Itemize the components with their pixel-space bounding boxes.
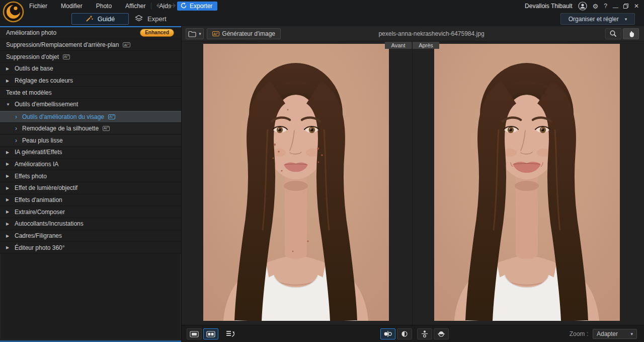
tab-guided[interactable]: Guidé <box>71 13 129 25</box>
compare-canvas: Avant Après <box>182 41 644 325</box>
menu-item-3[interactable]: Afficher <box>125 3 145 10</box>
minimize-button[interactable]: — <box>613 5 618 10</box>
export-button[interactable]: Exporter <box>177 2 217 11</box>
sidebar-item-2[interactable]: Suppression d'objetAI⁺ <box>0 51 181 63</box>
collapse-arrow-icon: ▶ <box>6 174 15 178</box>
mode-row: Guidé Expert Organiser et régler ▾ <box>0 12 644 26</box>
folder-caret-icon: ▾ <box>199 31 201 36</box>
sidebar-item-9[interactable]: ›Peau plus lisse <box>0 134 181 147</box>
sidebar-item-1[interactable]: Suppression/Remplacement d'arrière-planA… <box>0 39 181 51</box>
help-icon[interactable]: ? <box>604 3 607 9</box>
sidebar-item-15[interactable]: ▶Extraire/Composer <box>0 206 181 218</box>
open-folder-button[interactable]: ▾ <box>186 28 204 39</box>
sidebar-item-3[interactable]: ▶Outils de base <box>0 63 181 75</box>
sidebar-item-label: Suppression d'objet <box>6 53 59 60</box>
canvas-center-divider <box>412 41 413 325</box>
sidebar-item-10[interactable]: ▶IA génératif/Effets <box>0 147 181 159</box>
view-mode-group <box>187 328 218 339</box>
tab-after[interactable]: Après <box>413 42 439 49</box>
hand-tool-button[interactable] <box>623 28 639 39</box>
sidebar-item-5[interactable]: Texte et modèles <box>0 87 181 99</box>
sidebar-item-label: Réglage des couleurs <box>15 77 73 84</box>
sidebar-item-label: Outils de base <box>15 65 53 72</box>
sidebar-item-0[interactable]: Amélioration photoEnhanced <box>0 27 181 39</box>
sidebar-item-label: Effets photo <box>15 173 47 180</box>
export-label: Exporter <box>190 3 212 10</box>
adjustment-history-icon[interactable] <box>224 328 238 339</box>
collapse-arrow-icon: ▶ <box>6 186 15 190</box>
menu-item-1[interactable]: Modifier <box>61 3 83 10</box>
single-view-button[interactable] <box>187 328 202 339</box>
avatar-icon[interactable] <box>578 2 587 11</box>
sidebar-item-14[interactable]: ▶Effets d'animation <box>0 194 181 207</box>
compare-top-bottom-button[interactable] <box>417 328 432 339</box>
ai-icon: AI⁺ <box>63 54 70 59</box>
compare-split-left-right-button[interactable] <box>397 328 412 339</box>
menu-item-2[interactable]: Photo <box>96 3 112 10</box>
chevron-right-icon: › <box>15 137 22 144</box>
organize-adjust-dropdown[interactable]: Organiser et régler ▾ <box>560 13 635 25</box>
close-button[interactable]: ✕ <box>634 3 639 9</box>
zoom-tool-button[interactable] <box>605 28 621 39</box>
sidebar-item-4[interactable]: ▶Réglage des couleurs <box>0 75 181 87</box>
ai-icon: AI⁺ <box>103 126 110 131</box>
account-name[interactable]: Devallois Thibault <box>525 3 573 10</box>
collapse-arrow-icon: ▶ <box>6 234 15 238</box>
chevron-down-icon: ▾ <box>630 331 633 336</box>
before-photo[interactable] <box>203 44 389 321</box>
collapse-arrow-icon: ▶ <box>6 210 15 214</box>
restore-button[interactable] <box>623 4 628 9</box>
redo-button[interactable] <box>167 2 177 11</box>
magic-wand-icon <box>86 15 93 24</box>
sidebar-item-12[interactable]: ▶Effets photo <box>0 170 181 182</box>
tab-before[interactable]: Avant <box>385 42 412 49</box>
enhanced-badge: Enhanced <box>140 29 174 37</box>
statusbar: Zoom : Adapter ▾ <box>182 325 644 342</box>
menu-item-0[interactable]: Fichier <box>29 3 47 10</box>
sidebar-item-13[interactable]: ▶Effet de lumière/objectif <box>0 182 181 194</box>
sidebar-item-label: Amélioration photo <box>6 29 56 36</box>
collapse-arrow-icon: ▶ <box>6 197 15 202</box>
sidebar-item-label: Outils d'embellissement <box>15 101 78 108</box>
document-toolbar: ▾ AI⁺ Générateur d'image pexels-anna-nek… <box>182 26 644 41</box>
sidebar-item-7[interactable]: ›Outils d'amélioration du visageAI⁺ <box>0 111 181 123</box>
collapse-arrow-icon: ▶ <box>6 66 15 71</box>
ai-icon: AI⁺ <box>108 114 115 119</box>
zoom-label: Zoom : <box>570 330 588 337</box>
after-photo[interactable] <box>434 44 620 321</box>
settings-gear-icon[interactable]: ⚙ <box>593 3 599 10</box>
side-by-side-view-button[interactable] <box>203 328 218 339</box>
guided-tools-sidebar: Amélioration photoEnhancedSuppression/Re… <box>0 26 181 342</box>
compare-split-top-bottom-button[interactable] <box>434 328 449 339</box>
sidebar-item-label: Remodelage de la silhouette <box>22 125 99 132</box>
sidebar-item-18[interactable]: ▶Éditeur photo 360° <box>0 242 181 254</box>
compare-side-by-side-button[interactable] <box>380 328 395 339</box>
chevron-down-icon: ▾ <box>625 17 627 22</box>
sidebar-item-label: Effet de lumière/objectif <box>15 184 77 191</box>
collapse-arrow-icon: ▶ <box>6 222 15 226</box>
chevron-right-icon: › <box>15 113 22 120</box>
sidebar-item-8[interactable]: ›Remodelage de la silhouetteAI⁺ <box>0 123 181 135</box>
zoom-level-dropdown[interactable]: Adapter ▾ <box>593 329 637 339</box>
filename-label: pexels-anna-nekrashevich-6475984.jpg <box>219 26 644 41</box>
sidebar-item-label: Cadres/Filigranes <box>15 232 62 239</box>
menubar: FichierModifierPhotoAfficherAide <box>29 0 172 12</box>
tab-expert[interactable]: Expert <box>135 13 167 25</box>
sidebar-item-label: Améliorations IA <box>15 161 58 168</box>
sidebar-item-17[interactable]: ▶Cadres/Filigranes <box>0 230 181 242</box>
sidebar-item-label: Autocollants/Incrustations <box>15 220 84 227</box>
collapse-arrow-icon: ▶ <box>6 162 15 166</box>
titlebar-controls: Devallois Thibault ⚙ ? — ✕ <box>525 0 639 12</box>
sidebar-item-6[interactable]: ▼Outils d'embellissement <box>0 99 181 111</box>
zoom-control: Zoom : Adapter ▾ <box>570 329 637 339</box>
tab-expert-label: Expert <box>147 15 167 23</box>
sidebar-item-label: IA génératif/Effets <box>15 149 62 156</box>
undo-button[interactable] <box>155 2 165 11</box>
sidebar-item-16[interactable]: ▶Autocollants/Incrustations <box>0 218 181 230</box>
collapse-arrow-icon: ▶ <box>6 150 15 155</box>
ai-icon: AI⁺ <box>123 42 130 47</box>
main-area: ▾ AI⁺ Générateur d'image pexels-anna-nek… <box>181 26 644 342</box>
sidebar-item-11[interactable]: ▶Améliorations IA <box>0 159 181 171</box>
sidebar-item-label: Suppression/Remplacement d'arrière-plan <box>6 41 119 48</box>
expand-arrow-icon: ▼ <box>6 102 15 107</box>
